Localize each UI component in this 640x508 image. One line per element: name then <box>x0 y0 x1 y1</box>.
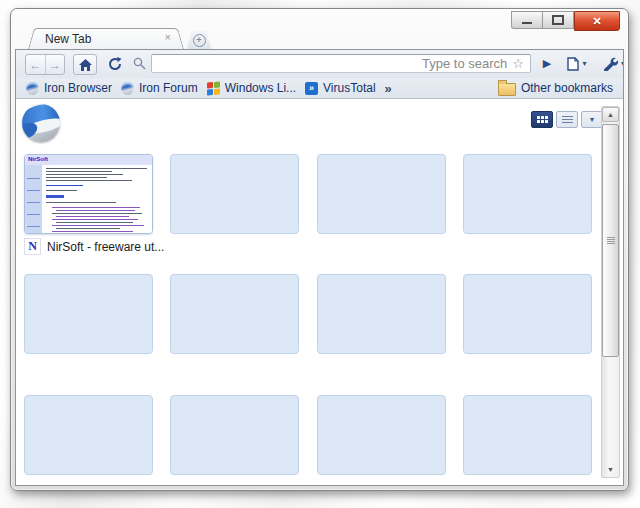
thumbnail-empty[interactable] <box>463 154 592 234</box>
tab-close-icon[interactable]: × <box>165 31 171 43</box>
scrollbar-grip-icon <box>607 237 615 244</box>
reload-button[interactable] <box>104 54 126 73</box>
close-icon: ✕ <box>592 15 601 28</box>
bookmarks-bar: Iron Browser Iron Forum Windows Li... » … <box>16 78 623 99</box>
home-icon <box>79 59 92 71</box>
minimize-icon <box>522 22 532 24</box>
preview-sidebar <box>25 165 42 233</box>
forward-button[interactable]: → <box>45 55 65 74</box>
thumbnail-view-button[interactable] <box>531 111 553 128</box>
plus-icon: + <box>193 34 206 47</box>
other-bookmarks-label: Other bookmarks <box>521 81 613 95</box>
back-icon: ← <box>29 58 41 72</box>
page-icon <box>567 57 579 71</box>
bookmark-windows-live[interactable]: Windows Li... <box>207 81 296 95</box>
thumbnail-empty[interactable] <box>317 274 446 354</box>
thumbnail-empty[interactable] <box>170 154 299 234</box>
bookmark-label: Iron Browser <box>44 81 112 95</box>
search-icon <box>133 57 146 70</box>
windows-favicon <box>207 81 220 95</box>
desktop-backdrop: ✕ New Tab × + ← → <box>0 0 640 508</box>
close-button[interactable]: ✕ <box>574 11 620 31</box>
virustotal-favicon: » <box>305 82 318 95</box>
page-menu-caret-icon: ▾ <box>582 59 586 68</box>
bookmark-iron-browser[interactable]: Iron Browser <box>26 81 112 95</box>
thumbnail-empty[interactable] <box>24 274 153 354</box>
folder-icon <box>498 83 516 96</box>
iron-logo <box>22 104 60 142</box>
window-controls: ✕ <box>511 11 620 31</box>
minimize-button[interactable] <box>511 11 542 29</box>
thumbnail-caption: NirSoft - freeware ut... <box>47 240 164 254</box>
page-options-dropdown[interactable]: ▾ <box>581 111 603 128</box>
scroll-up-button[interactable]: ▲ <box>602 107 619 122</box>
thumbnail-empty[interactable] <box>170 274 299 354</box>
nav-button-group: ← → <box>25 54 65 75</box>
wrench-icon <box>603 56 618 71</box>
tab-new-tab[interactable]: New Tab × <box>31 28 181 49</box>
new-tab-page: ▾ NirSoft <box>16 99 623 485</box>
home-button[interactable] <box>73 54 97 75</box>
bookmarks-overflow-button[interactable]: » <box>385 81 392 96</box>
bookmark-virustotal[interactable]: » VirusTotal <box>305 81 375 95</box>
scroll-up-icon: ▲ <box>607 111 614 118</box>
preview-content <box>42 165 152 233</box>
bookmark-star-icon[interactable]: ☆ <box>512 57 524 70</box>
thumbnail-nirsoft[interactable]: NirSoft <box>24 154 153 234</box>
thumbnail-empty[interactable] <box>24 395 153 475</box>
thumbnail-empty[interactable] <box>463 274 592 354</box>
new-tab-button[interactable]: + <box>187 31 211 49</box>
back-button[interactable]: ← <box>26 55 45 74</box>
page-menu-button[interactable]: ▾ <box>562 54 592 73</box>
thumbnail-caption-link[interactable]: N NirSoft - freeware ut... <box>24 238 164 255</box>
list-view-button[interactable] <box>556 111 578 128</box>
tab-label: New Tab <box>45 32 91 46</box>
scroll-down-button[interactable]: ▼ <box>602 462 619 477</box>
forward-icon: → <box>49 58 61 72</box>
bookmark-label: Windows Li... <box>225 81 296 95</box>
list-view-icon <box>562 116 573 124</box>
browser-client-area: ← → <box>15 49 624 486</box>
toolbar: ← → <box>16 50 623 79</box>
search-button[interactable] <box>129 54 149 73</box>
omnibox[interactable]: Type to search ☆ <box>151 54 531 73</box>
maximize-button[interactable] <box>542 11 574 29</box>
wrench-menu-button[interactable]: ▾ <box>598 54 624 73</box>
chevron-down-icon: ▾ <box>590 115 594 124</box>
reload-icon <box>108 57 122 71</box>
iron-favicon <box>121 82 134 95</box>
grid-view-icon <box>537 116 548 123</box>
go-button[interactable]: ▶ <box>536 54 558 73</box>
thumbnail-empty[interactable] <box>317 154 446 234</box>
nirsoft-favicon: N <box>24 238 41 255</box>
maximize-icon <box>552 15 564 25</box>
bookmark-iron-forum[interactable]: Iron Forum <box>121 81 198 95</box>
go-icon: ▶ <box>543 57 551 70</box>
thumbnail-empty[interactable] <box>170 395 299 475</box>
thumbnail-empty[interactable] <box>463 395 592 475</box>
iron-favicon <box>26 82 39 95</box>
wrench-menu-caret-icon: ▾ <box>621 59 624 68</box>
thumbnail-empty[interactable] <box>317 395 446 475</box>
other-bookmarks-button[interactable]: Other bookmarks <box>498 81 613 96</box>
scrollbar[interactable]: ▲ ▼ <box>601 106 620 478</box>
preview-site-title: NirSoft <box>28 156 48 162</box>
scrollbar-thumb[interactable] <box>602 124 619 357</box>
view-toggle-group: ▾ <box>531 111 603 128</box>
bookmark-label: Iron Forum <box>139 81 198 95</box>
bookmark-label: VirusTotal <box>323 81 375 95</box>
scroll-down-icon: ▼ <box>607 466 614 473</box>
omnibox-placeholder: Type to search <box>422 56 507 71</box>
browser-window: ✕ New Tab × + ← → <box>10 8 629 491</box>
